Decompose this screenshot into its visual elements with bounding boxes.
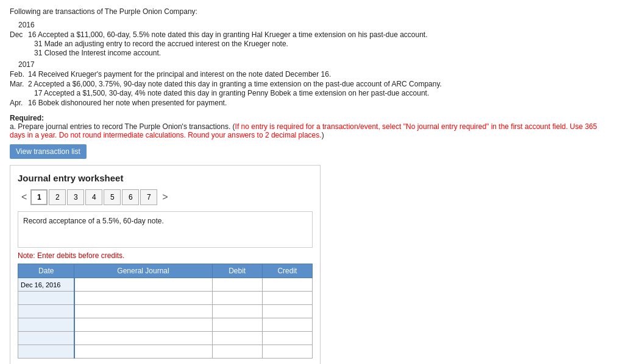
journal-cell-6	[74, 345, 212, 359]
debit-input-4[interactable]	[213, 318, 262, 331]
table-row	[18, 278, 313, 292]
journal-input-5[interactable]	[75, 332, 212, 345]
entry-line: 16 Accepted a $11,000, 60-day, 5.5% note…	[28, 30, 614, 39]
date-input-2[interactable]	[18, 292, 74, 304]
debit-input-5[interactable]	[213, 332, 262, 345]
month-apr: Apr.	[10, 99, 28, 108]
date-cell-4	[18, 318, 74, 332]
date-cell-1	[18, 278, 74, 292]
credit-input-5[interactable]	[263, 332, 312, 345]
credit-cell-2	[262, 292, 312, 305]
credit-input-4[interactable]	[263, 318, 312, 331]
instruction: a. Prepare journal entries to record The…	[10, 122, 597, 139]
credit-cell-6	[262, 345, 312, 359]
journal-table: Date General Journal Debit Credit	[18, 264, 313, 359]
note-text: Note: Enter debits before credits.	[18, 251, 313, 260]
year-2016: 2016	[18, 21, 614, 29]
date-cell-5	[18, 332, 74, 345]
date-cell-6	[18, 345, 74, 359]
credit-cell-3	[262, 305, 312, 318]
credit-input-2[interactable]	[263, 292, 312, 304]
month-dec: Dec	[10, 30, 28, 58]
instruction-close: )	[322, 131, 324, 139]
date-header: Date	[18, 264, 74, 278]
table-row	[18, 292, 313, 305]
journal-input-1[interactable]	[75, 278, 212, 291]
date-cell-3	[18, 305, 74, 318]
required-label: Required:	[10, 114, 44, 122]
prev-tab-button[interactable]: <	[18, 191, 30, 204]
credit-header: Credit	[262, 264, 312, 278]
journal-input-4[interactable]	[75, 318, 212, 331]
tab-2-button[interactable]: 2	[49, 189, 66, 205]
credit-input-6[interactable]	[263, 345, 312, 358]
journal-cell-1	[74, 278, 212, 292]
tab-5-button[interactable]: 5	[104, 189, 121, 205]
instruction-plain: a. Prepare journal entries to record The…	[10, 122, 235, 131]
date-input-4[interactable]	[18, 318, 74, 331]
entry-line: 31 Made an adjusting entry to record the…	[34, 40, 614, 48]
next-tab-button[interactable]: >	[158, 191, 171, 204]
date-cell-2	[18, 292, 74, 305]
table-row	[18, 305, 313, 318]
credit-cell-1	[262, 278, 312, 292]
journal-header: General Journal	[74, 264, 212, 278]
debit-cell-6	[212, 345, 262, 359]
view-transaction-button[interactable]: View transaction list	[10, 144, 87, 159]
tab-1-button[interactable]: 1	[30, 189, 48, 205]
tab-navigation: < 1 2 3 4 5 6 7 >	[18, 189, 313, 205]
table-row	[18, 332, 313, 345]
journal-input-6[interactable]	[75, 345, 212, 358]
date-input-3[interactable]	[18, 305, 74, 318]
credit-input-1[interactable]	[263, 278, 312, 291]
tab-4-button[interactable]: 4	[85, 189, 102, 205]
debit-input-2[interactable]	[213, 292, 262, 304]
date-input-6[interactable]	[18, 345, 74, 358]
debit-input-3[interactable]	[213, 305, 262, 318]
entry-line: 31 Closed the Interest income account.	[34, 49, 614, 57]
entry-line: 14 Received Krueger's payment for the pr…	[28, 70, 614, 79]
entry-line: 16 Bobek dishonoured her note when prese…	[28, 99, 614, 107]
table-row	[18, 318, 313, 332]
journal-cell-4	[74, 318, 212, 332]
journal-title: Journal entry worksheet	[18, 173, 313, 183]
debit-input-6[interactable]	[213, 345, 262, 358]
description-box: Record acceptance of a 5.5%, 60-day note…	[18, 211, 313, 248]
journal-worksheet: Journal entry worksheet < 1 2 3 4 5 6 7 …	[10, 165, 321, 364]
tab-6-button[interactable]: 6	[122, 189, 139, 205]
journal-input-2[interactable]	[75, 292, 212, 304]
tab-7-button[interactable]: 7	[140, 189, 157, 205]
debit-header: Debit	[212, 264, 262, 278]
year-2017: 2017	[18, 60, 614, 69]
intro-text: Following are transactions of The Purple…	[10, 7, 614, 16]
debit-input-1[interactable]	[213, 278, 262, 291]
tab-3-button[interactable]: 3	[67, 189, 84, 205]
debit-cell-4	[212, 318, 262, 332]
journal-input-3[interactable]	[75, 305, 212, 318]
date-input-5[interactable]	[18, 332, 74, 345]
date-input-1[interactable]	[18, 278, 74, 291]
debit-cell-5	[212, 332, 262, 345]
journal-cell-3	[74, 305, 212, 318]
month-mar: Mar.	[10, 80, 28, 98]
debit-cell-1	[212, 278, 262, 292]
entry-line: 17 Accepted a $1,500, 30-day, 4% note da…	[34, 89, 614, 97]
month-feb: Feb.	[10, 70, 28, 79]
credit-input-3[interactable]	[263, 305, 312, 318]
credit-cell-5	[262, 332, 312, 345]
debit-cell-3	[212, 305, 262, 318]
table-row	[18, 345, 313, 359]
journal-cell-2	[74, 292, 212, 305]
entry-line: 2 Accepted a $6,000, 3.75%, 90-day note …	[28, 80, 614, 88]
credit-cell-4	[262, 318, 312, 332]
journal-cell-5	[74, 332, 212, 345]
debit-cell-2	[212, 292, 262, 305]
